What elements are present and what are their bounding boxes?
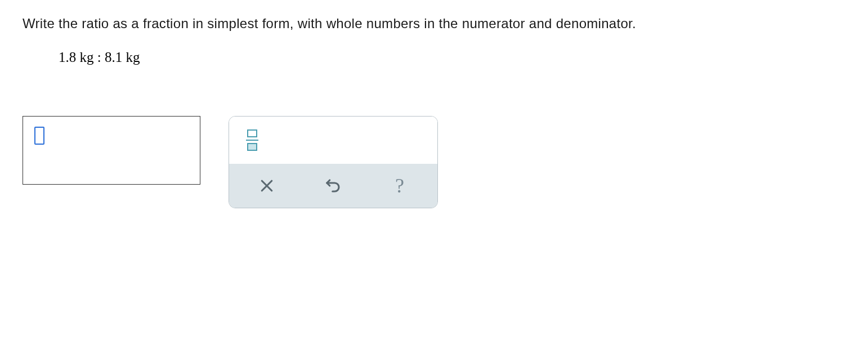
answer-input[interactable] [23, 116, 200, 185]
fraction-denominator-icon [247, 143, 257, 151]
fraction-bar-icon [246, 140, 258, 141]
help-icon: ? [395, 174, 404, 198]
fraction-numerator-icon [247, 129, 257, 137]
undo-icon [325, 177, 342, 194]
question-prompt: Write the ratio as a fraction in simples… [23, 16, 845, 32]
clear-button[interactable] [239, 172, 295, 200]
toolbox-insert-row [229, 117, 437, 164]
input-area: ? [23, 116, 845, 208]
toolbox-action-row: ? [229, 164, 437, 208]
answer-cursor-placeholder [34, 127, 44, 145]
fraction-button[interactable] [245, 128, 259, 152]
help-button[interactable]: ? [372, 172, 428, 200]
close-icon [258, 177, 275, 194]
math-toolbox: ? [229, 116, 438, 208]
question-ratio: 1.8 kg : 8.1 kg [59, 50, 845, 65]
undo-button[interactable] [305, 172, 361, 200]
